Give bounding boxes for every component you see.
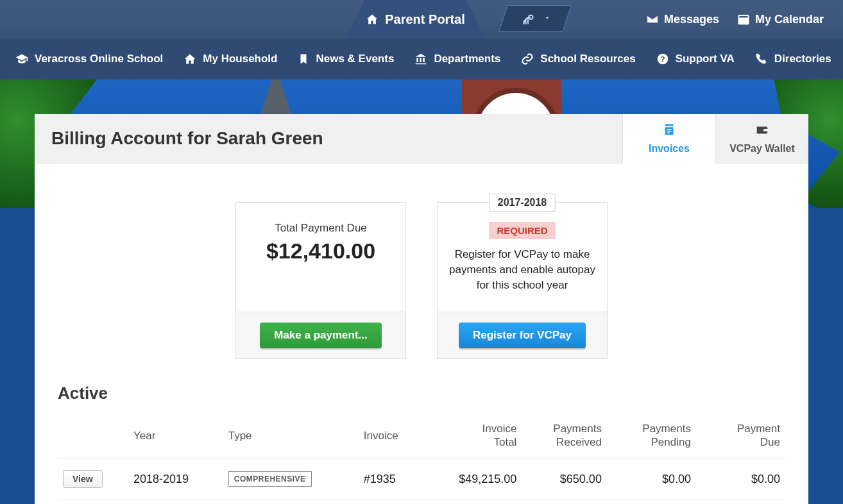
payment-due-card: Total Payment Due $12,410.00 Make a paym… [235,202,406,359]
main-panel: Billing Account for Sarah Green Invoices… [35,114,808,504]
phone-icon [755,53,768,65]
main-nav: Veracross Online School My Household New… [0,38,843,80]
mail-icon [646,13,659,26]
nav-departments[interactable]: Departments [414,53,500,65]
wallet-icon [755,122,769,139]
payment-due-amount: $12,410.00 [248,239,394,264]
link-icon [521,53,534,65]
bank-icon [414,53,427,65]
help-icon: ? [656,53,669,65]
invoice-list-icon [662,122,676,139]
cell-type: COMPREHENSIVE [223,458,359,500]
col-year: Year [128,414,223,458]
col-total: InvoiceTotal [423,414,522,458]
cell-invoice: #1935 [359,458,423,500]
view-invoice-button[interactable]: View [63,470,103,488]
bookmark-icon [298,53,309,65]
cell-due: $6,055.00 [696,500,785,504]
cell-received: $0.00 [522,500,607,504]
nav-school-resources[interactable]: School Resources [521,53,635,65]
nav-directories[interactable]: Directories [755,53,831,65]
register-vcpay-button[interactable]: Register for VCPay [459,323,586,348]
cell-year: 2017-2018 [128,500,223,504]
cell-year: 2018-2019 [128,458,223,500]
school-switcher[interactable] [498,5,572,32]
home-icon [366,13,379,26]
col-invoice: Invoice [359,414,423,458]
nav-online-school[interactable]: Veracross Online School [15,53,163,65]
cell-due: $0.00 [696,458,785,500]
active-section-title: Active [35,378,808,414]
svg-rect-11 [667,131,671,131]
nav-my-household[interactable]: My Household [183,53,277,65]
col-type: Type [223,414,359,458]
cell-total: $49,215.00 [423,458,522,500]
invoices-table: Year Type Invoice InvoiceTotal PaymentsR… [58,414,785,504]
svg-rect-10 [667,129,671,130]
graduation-cap-icon [15,53,28,65]
portal-tab[interactable]: Parent Portal [346,0,484,38]
cell-type: COMPREHENSIVE [223,500,359,504]
payment-due-label: Total Payment Due [248,222,394,235]
col-received: PaymentsReceived [522,414,607,458]
tab-invoices[interactable]: Invoices [622,114,715,164]
col-pending: PaymentsPending [607,414,696,458]
cell-total: $15,205.00 [423,500,522,504]
messages-label: Messages [664,13,719,26]
cell-received: $650.00 [522,458,607,500]
make-payment-button[interactable]: Make a payment... [260,323,382,348]
calendar-link[interactable]: My Calendar [737,13,824,26]
cell-pending: $1,750.00 [607,500,696,504]
home-icon [183,53,196,65]
page-title-bar: Billing Account for Sarah Green [35,114,622,164]
required-badge: REQUIRED [489,222,555,239]
messages-link[interactable]: Messages [646,13,719,26]
register-year-tag: 2017-2018 [490,194,556,212]
nav-news-events[interactable]: News & Events [298,53,394,65]
cell-pending: $0.00 [607,458,696,500]
col-due: PaymentDue [696,414,785,458]
register-vcpay-card: 2017-2018 REQUIRED Register for VCPay to… [437,202,608,359]
tab-wallet-label: VCPay Wallet [729,143,795,155]
nav-support-va[interactable]: ? Support VA [656,53,735,65]
portal-label: Parent Portal [385,12,464,27]
calendar-icon [737,13,750,26]
school-logo-icon [519,10,537,28]
svg-text:?: ? [660,55,665,63]
tab-invoices-label: Invoices [649,143,690,155]
table-row: View 2017-2018 COMPREHENSIVE #1937 $15,2… [58,500,785,504]
top-header: Parent Portal Messages [0,0,843,38]
calendar-label: My Calendar [755,13,824,26]
svg-point-13 [765,130,766,131]
register-text: Register for VCPay to make payments and … [449,247,595,292]
table-row: View 2018-2019 COMPREHENSIVE #1935 $49,2… [58,458,785,500]
page-title: Billing Account for Sarah Green [51,128,606,149]
cell-invoice: #1937 [359,500,423,504]
svg-rect-12 [667,133,670,133]
tab-wallet[interactable]: VCPay Wallet [715,114,808,164]
chevron-down-icon [543,14,551,24]
